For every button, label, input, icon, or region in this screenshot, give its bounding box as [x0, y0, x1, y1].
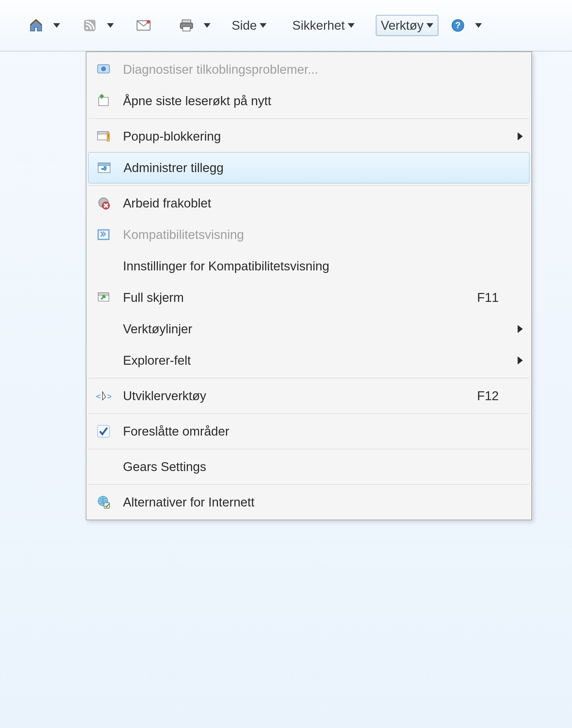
safety-menu-button[interactable]: Sikkerhet — [288, 15, 359, 35]
svg-point-1 — [86, 27, 88, 29]
menu-item-full-screen[interactable]: Full skjerm F11 — [88, 282, 530, 313]
svg-rect-13 — [97, 132, 109, 134]
menu-separator — [89, 484, 529, 485]
menu-item-explorer-bars[interactable]: Explorer-felt — [88, 345, 530, 376]
menu-item-manage-addons[interactable]: Administrer tillegg — [88, 152, 530, 183]
fullscreen-icon — [92, 289, 115, 306]
chevron-down-icon[interactable] — [475, 23, 482, 28]
compat-icon — [92, 226, 115, 243]
blank-icon — [92, 458, 115, 475]
menu-item-diagnose-connection: Diagnostiser tilkoblingsproblemer... — [88, 54, 530, 85]
chevron-down-icon[interactable] — [107, 23, 114, 28]
safety-label: Sikkerhet — [292, 18, 345, 32]
svg-text:!: ! — [107, 133, 110, 141]
chevron-down-icon — [348, 23, 355, 28]
command-bar: Side Sikkerhet Verktøy ? — [0, 0, 572, 52]
menu-item-gears-settings[interactable]: Gears Settings — [88, 451, 530, 482]
menu-item-label: Innstillinger for Kompatibilitetsvisning — [123, 259, 523, 273]
svg-rect-22 — [98, 293, 109, 295]
rss-icon — [81, 17, 98, 34]
chevron-down-icon[interactable] — [53, 23, 60, 28]
blank-icon — [92, 352, 115, 369]
menu-item-label: Diagnostiser tilkoblingsproblemer... — [123, 62, 523, 77]
diagnose-icon — [92, 61, 115, 78]
svg-text:>: > — [107, 391, 111, 401]
svg-rect-11 — [99, 97, 108, 106]
mail-icon — [135, 17, 152, 34]
menu-item-label: Åpne siste leserøkt på nytt — [123, 94, 523, 108]
menu-separator — [89, 185, 529, 186]
home-button[interactable] — [23, 14, 49, 37]
svg-point-10 — [101, 67, 106, 71]
menu-item-label: Full skjerm — [123, 291, 477, 305]
submenu-arrow-icon — [518, 132, 523, 140]
menu-item-developer-tools[interactable]: < > Utviklerverktøy F12 — [88, 380, 530, 412]
chevron-down-icon — [260, 23, 267, 28]
menu-item-label: Explorer-felt — [123, 353, 512, 368]
printer-icon — [178, 17, 195, 34]
offline-icon — [92, 195, 115, 212]
menu-separator — [89, 118, 529, 119]
blank-icon — [92, 320, 115, 338]
page-label: Side — [232, 18, 257, 32]
menu-item-label: Gears Settings — [123, 460, 523, 474]
reopen-icon — [92, 92, 115, 109]
menu-item-work-offline[interactable]: Arbeid frakoblet — [88, 187, 530, 219]
menu-item-toolbars[interactable]: Verktøylinjer — [88, 313, 530, 345]
menu-item-shortcut: F11 — [477, 291, 523, 305]
menu-item-internet-options[interactable]: Alternativer for Internett — [88, 486, 530, 518]
menu-item-label: Kompatibilitetsvisning — [123, 228, 523, 242]
popup-block-icon: ! — [92, 128, 115, 145]
menu-item-label: Administrer tillegg — [124, 161, 522, 175]
tools-dropdown-menu: Diagnostiser tilkoblingsproblemer... Åpn… — [86, 52, 532, 520]
menu-item-suggested-sites[interactable]: Foreslåtte områder — [88, 416, 530, 447]
menu-item-label: Arbeid frakoblet — [123, 196, 523, 211]
menu-item-label: Utviklerverktøy — [123, 389, 477, 403]
submenu-arrow-icon — [518, 356, 523, 365]
help-icon: ? — [449, 17, 467, 34]
menu-item-reopen-last-session[interactable]: Åpne siste leserøkt på nytt — [88, 85, 530, 116]
menu-separator — [89, 378, 529, 379]
svg-text:<: < — [96, 391, 101, 401]
blank-icon — [92, 257, 115, 275]
menu-item-popup-blocker[interactable]: ! Popup-blokkering — [88, 120, 530, 152]
menu-separator — [89, 413, 529, 414]
menu-item-compatibility-settings[interactable]: Innstillinger for Kompatibilitetsvisning — [88, 250, 530, 282]
svg-rect-20 — [98, 230, 109, 239]
svg-point-3 — [146, 20, 150, 24]
menu-item-label: Verktøylinjer — [123, 322, 512, 336]
menu-item-compatibility-view: Kompatibilitetsvisning — [88, 219, 530, 250]
print-button[interactable] — [173, 14, 200, 37]
check-icon — [92, 423, 115, 440]
chevron-down-icon — [426, 23, 433, 28]
svg-text:?: ? — [455, 20, 460, 30]
svg-rect-4 — [182, 20, 191, 23]
devtools-icon: < > — [92, 387, 115, 404]
menu-item-label: Foreslåtte områder — [123, 424, 523, 438]
read-mail-button[interactable] — [130, 14, 157, 37]
tools-label: Verktøy — [381, 18, 424, 32]
chevron-down-icon[interactable] — [204, 23, 211, 28]
svg-rect-6 — [183, 26, 190, 31]
help-button[interactable]: ? — [445, 14, 471, 37]
addons-icon — [93, 159, 116, 176]
tools-menu-button[interactable]: Verktøy — [376, 15, 438, 36]
home-icon — [27, 17, 45, 34]
submenu-arrow-icon — [518, 325, 523, 333]
menu-item-label: Popup-blokkering — [123, 129, 512, 144]
menu-item-label: Alternativer for Internett — [123, 495, 523, 509]
page-menu-button[interactable]: Side — [227, 15, 271, 35]
menu-item-shortcut: F12 — [477, 389, 523, 403]
internet-options-icon — [92, 494, 115, 511]
menu-separator — [89, 449, 529, 449]
feeds-button[interactable] — [77, 14, 103, 37]
svg-rect-17 — [98, 163, 110, 165]
